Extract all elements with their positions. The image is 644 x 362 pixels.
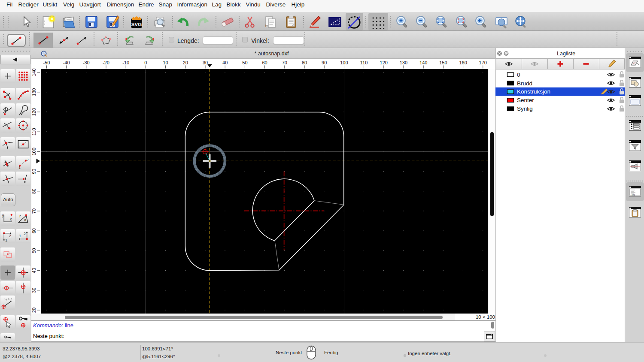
svg-text:-20: -20 xyxy=(103,60,109,65)
svg-text:-30: -30 xyxy=(83,60,90,65)
svg-text:160: 160 xyxy=(459,60,467,65)
svg-text:1: 1 xyxy=(19,234,21,238)
svg-text:120: 120 xyxy=(31,108,36,116)
svg-text:2: 2 xyxy=(9,234,11,238)
svg-text:-10: -10 xyxy=(122,60,129,65)
svg-text:30: 30 xyxy=(203,60,208,65)
svg-text:150: 150 xyxy=(439,60,447,65)
svg-text:70: 70 xyxy=(31,208,36,214)
svg-text:20: 20 xyxy=(31,308,36,313)
svg-text:80: 80 xyxy=(302,60,307,65)
svg-text:140: 140 xyxy=(419,60,427,65)
svg-text:2: 2 xyxy=(24,232,26,236)
svg-text:80: 80 xyxy=(31,189,36,194)
svg-text:130: 130 xyxy=(400,60,407,65)
svg-text:90: 90 xyxy=(31,169,36,174)
svg-text:100: 100 xyxy=(31,148,36,155)
svg-text:cmd: cmd xyxy=(632,194,635,196)
svg-text:110: 110 xyxy=(360,60,368,65)
svg-text:20: 20 xyxy=(183,60,188,65)
svg-text:120: 120 xyxy=(380,60,388,65)
svg-text:110: 110 xyxy=(31,128,36,136)
svg-text:100: 100 xyxy=(340,60,348,65)
svg-text:60: 60 xyxy=(31,228,36,233)
svg-text:40: 40 xyxy=(31,268,36,273)
svg-text:SVG: SVG xyxy=(131,22,142,27)
svg-text:60: 60 xyxy=(262,60,267,65)
svg-text:r: r xyxy=(19,214,21,218)
svg-text:a: a xyxy=(24,217,27,222)
svg-text:x: x xyxy=(10,217,12,221)
svg-text:170: 170 xyxy=(479,60,487,65)
svg-text:1: 1 xyxy=(18,166,21,170)
svg-text:2: 2 xyxy=(27,158,29,162)
svg-text:Brudd: Brudd xyxy=(517,80,532,86)
svg-text:Konstruksjon: Konstruksjon xyxy=(517,88,550,95)
svg-text:0: 0 xyxy=(144,60,147,65)
svg-text:-40: -40 xyxy=(63,60,70,65)
svg-text:0: 0 xyxy=(517,71,520,78)
svg-text:30: 30 xyxy=(31,288,36,293)
svg-text:140: 140 xyxy=(31,68,36,76)
svg-text:70: 70 xyxy=(282,60,287,65)
svg-text:+: + xyxy=(264,24,267,28)
svg-text:-50: -50 xyxy=(43,60,50,65)
svg-text:90: 90 xyxy=(322,60,327,65)
svg-text:40: 40 xyxy=(222,60,228,65)
svg-text:Senter: Senter xyxy=(517,97,534,103)
svg-text:1: 1 xyxy=(5,238,7,242)
svg-text:50: 50 xyxy=(242,60,247,65)
svg-text:y: y xyxy=(2,213,4,217)
svg-text:10: 10 xyxy=(163,60,168,65)
svg-text:Synlig: Synlig xyxy=(517,106,533,112)
svg-text:130: 130 xyxy=(31,88,36,96)
svg-text:50: 50 xyxy=(31,248,36,253)
svg-text:+: + xyxy=(245,24,247,28)
